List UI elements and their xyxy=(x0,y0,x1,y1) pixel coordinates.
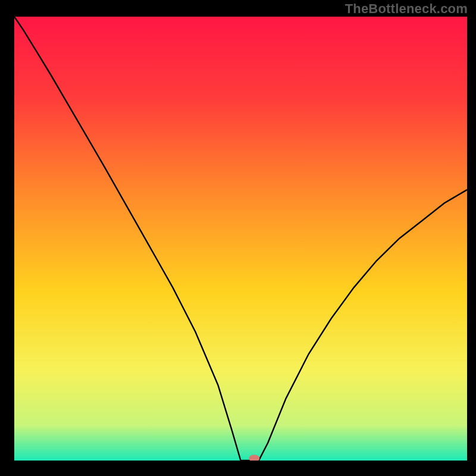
chart-container: TheBottleneck.com xyxy=(0,0,476,476)
bottleneck-chart xyxy=(0,0,476,476)
frame-left xyxy=(0,0,14,476)
frame-right xyxy=(467,0,476,476)
frame-bottom xyxy=(0,461,476,476)
